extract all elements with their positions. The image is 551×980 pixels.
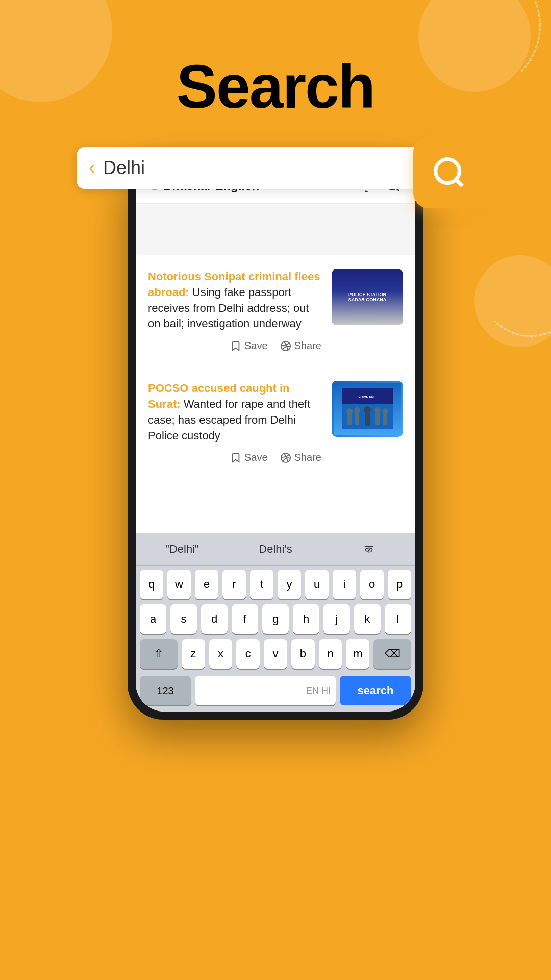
svg-rect-8 (347, 414, 352, 425)
svg-line-18 (456, 180, 463, 186)
key-l[interactable]: l (385, 604, 411, 634)
key-s[interactable]: s (170, 604, 197, 634)
key-u[interactable]: u (305, 570, 329, 599)
news-item-2: POCSO accused caught in Surat: Wanted fo… (136, 366, 415, 478)
suggestion-2[interactable]: Delhi's (229, 538, 322, 560)
arrest-svg: CRIME UNIT (342, 388, 393, 429)
key-p[interactable]: p (388, 570, 411, 599)
key-r[interactable]: r (222, 570, 246, 599)
whatsapp-icon-1 (280, 340, 291, 352)
svg-point-15 (382, 408, 388, 414)
save-label-1: Save (244, 340, 268, 352)
key-delete[interactable]: ⌫ (373, 639, 411, 669)
key-x[interactable]: x (209, 639, 233, 669)
key-o[interactable]: o (360, 570, 384, 599)
save-button-2[interactable]: Save (230, 452, 268, 463)
key-space[interactable]: EN HI (195, 676, 336, 705)
key-f[interactable]: f (232, 604, 258, 634)
key-shift[interactable]: ⇧ (140, 639, 178, 669)
key-t[interactable]: t (250, 570, 273, 599)
key-a[interactable]: a (140, 604, 166, 634)
svg-point-13 (374, 407, 381, 413)
news-text-area-2: POCSO accused caught in Surat: Wanted fo… (148, 381, 321, 463)
key-search[interactable]: search (340, 676, 411, 705)
save-label-2: Save (244, 452, 268, 463)
phone-mockup: Bhaskar English 5+ (128, 158, 423, 720)
news-thumbnail-1: POLICE STATIONSADAR GOHANA (332, 269, 403, 325)
suggestion-1[interactable]: "Delhi" (136, 538, 229, 560)
svg-rect-14 (375, 413, 380, 425)
news-thumbnail-2: CRIME UNIT (332, 381, 403, 437)
suggestion-3[interactable]: क (322, 538, 415, 560)
svg-rect-12 (365, 413, 370, 426)
svg-point-11 (364, 406, 371, 413)
key-g[interactable]: g (262, 604, 289, 634)
key-v[interactable]: v (264, 639, 287, 669)
news-text-area-1: Notorious Sonipat criminal flees abroad:… (148, 269, 321, 352)
space-hint: EN HI (306, 685, 331, 696)
phone-screen: Bhaskar English 5+ (136, 166, 415, 712)
bookmark-icon-2 (230, 452, 241, 463)
key-d[interactable]: d (201, 604, 228, 634)
keyboard-rows: q w e r t y u i o p a s d f g (136, 566, 415, 676)
whatsapp-icon-2 (280, 452, 291, 463)
key-row-1: q w e r t y u i o p (140, 570, 411, 599)
search-submit-button[interactable] (413, 137, 485, 208)
share-button-2[interactable]: Share (280, 452, 321, 463)
svg-rect-16 (383, 414, 387, 425)
share-label-1: Share (294, 340, 321, 352)
key-m[interactable]: m (346, 639, 369, 669)
save-button-1[interactable]: Save (230, 340, 268, 352)
key-z[interactable]: z (182, 639, 205, 669)
svg-point-9 (354, 407, 360, 413)
key-b[interactable]: b (291, 639, 315, 669)
search-input[interactable]: Delhi (103, 157, 462, 179)
news-actions-2: Save Share (148, 452, 321, 463)
key-n[interactable]: n (319, 639, 342, 669)
svg-rect-10 (355, 413, 359, 425)
key-q[interactable]: q (140, 570, 163, 599)
search-bar-container: ‹ Delhi (77, 147, 474, 189)
keyboard-bottom-row: 123 EN HI search (136, 676, 415, 712)
arrest-image: CRIME UNIT (332, 381, 403, 437)
svg-point-17 (436, 159, 460, 183)
search-submit-icon (431, 155, 467, 190)
key-i[interactable]: i (333, 570, 356, 599)
search-bar: ‹ Delhi (77, 147, 474, 189)
key-w[interactable]: w (167, 570, 191, 599)
svg-point-7 (346, 408, 353, 414)
key-e[interactable]: e (195, 570, 218, 599)
news-content: Notorious Sonipat criminal flees abroad:… (136, 255, 415, 533)
key-numbers[interactable]: 123 (140, 676, 191, 705)
bookmark-icon-1 (230, 340, 241, 352)
keyboard-area: "Delhi" Delhi's क q w e r t y u i o p (136, 533, 415, 712)
share-label-2: Share (294, 452, 321, 463)
news-headline-1: Notorious Sonipat criminal flees abroad:… (148, 269, 321, 332)
news-headline-2: POCSO accused caught in Surat: Wanted fo… (148, 381, 321, 444)
key-h[interactable]: h (293, 604, 319, 634)
back-button[interactable]: ‹ (89, 157, 95, 179)
key-row-3: ⇧ z x c v b n m ⌫ (140, 639, 411, 669)
news-actions-1: Save Share (148, 340, 321, 352)
svg-text:CRIME UNIT: CRIME UNIT (359, 395, 377, 398)
key-y[interactable]: y (278, 570, 301, 599)
police-station-image: POLICE STATIONSADAR GOHANA (332, 269, 403, 325)
key-j[interactable]: j (323, 604, 350, 634)
key-k[interactable]: k (354, 604, 381, 634)
key-c[interactable]: c (236, 639, 260, 669)
news-item: Notorious Sonipat criminal flees abroad:… (136, 255, 415, 366)
keyboard-suggestions: "Delhi" Delhi's क (136, 533, 415, 566)
page-title: Search (0, 51, 551, 121)
share-button-1[interactable]: Share (280, 340, 321, 352)
key-row-2: a s d f g h j k l (140, 604, 411, 634)
